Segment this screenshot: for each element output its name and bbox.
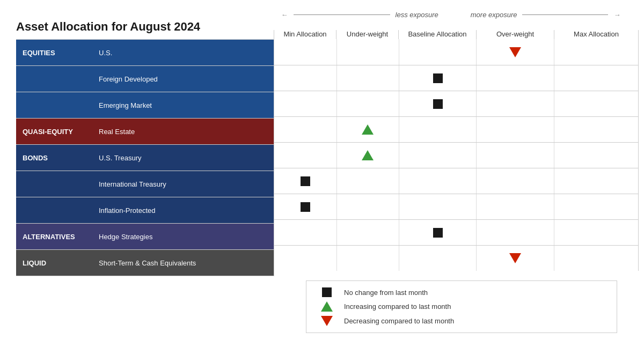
- sub-category-cell: U.S.: [91, 40, 274, 65]
- table-row: Emerging Market: [16, 92, 274, 118]
- data-cell-under: [336, 220, 399, 245]
- sub-category-cell: U.S. Treasury: [91, 145, 274, 171]
- category-cell: [16, 197, 91, 223]
- data-cell-max: [554, 246, 639, 271]
- data-cell-baseline: [399, 65, 477, 91]
- table-header: Asset Allocation for August 2024 Min All…: [16, 20, 628, 39]
- data-cell-under: [336, 91, 399, 116]
- table-row: BONDSU.S. Treasury: [16, 144, 274, 171]
- data-row: [274, 39, 639, 65]
- data-cell-baseline: [399, 143, 477, 168]
- data-cell-over: [476, 117, 554, 142]
- category-cell: [16, 92, 91, 118]
- data-row: [274, 65, 639, 91]
- data-cell-under: [336, 65, 399, 91]
- legend-item-down: Decreasing compared to last month: [317, 316, 606, 326]
- table-row: Inflation-Protected: [16, 197, 274, 223]
- col-header-under: Under-weight: [336, 30, 398, 39]
- col-header-min: Min Allocation: [274, 30, 336, 39]
- more-exposure-label: more exposure: [471, 11, 517, 19]
- data-cell-min: [274, 143, 336, 168]
- legend-down-label: Decreasing compared to last month: [344, 317, 454, 325]
- table-grid: [274, 39, 639, 276]
- col-header-baseline: Baseline Allocation: [398, 30, 476, 39]
- data-cell-under: [336, 194, 399, 219]
- table-row: EQUITIESU.S.: [16, 39, 274, 65]
- legend-square-label: No change from last month: [344, 289, 428, 297]
- category-cell: LIQUID: [16, 250, 91, 276]
- legend: No change from last month Increasing com…: [306, 280, 617, 333]
- data-row: [274, 219, 639, 245]
- table-row: Foreign Developed: [16, 65, 274, 92]
- col-header-max: Max Allocation: [554, 30, 639, 39]
- less-exposure-label: less exposure: [396, 11, 438, 19]
- sub-category-cell: Foreign Developed: [91, 66, 274, 92]
- data-cell-min: [274, 168, 336, 194]
- data-cell-baseline: [399, 117, 477, 142]
- data-cell-max: [554, 39, 639, 65]
- data-row: [274, 116, 639, 142]
- data-row: [274, 91, 639, 116]
- data-cell-baseline: [399, 168, 477, 194]
- table-row: International Treasury: [16, 171, 274, 197]
- table-row: QUASI-EQUITYReal Estate: [16, 118, 274, 144]
- data-cell-over: [476, 168, 554, 194]
- data-row: [274, 168, 639, 194]
- sub-category-cell: Emerging Market: [91, 92, 274, 118]
- data-cell-max: [554, 220, 639, 245]
- data-cell-over: [476, 246, 554, 271]
- data-cell-over: [476, 39, 554, 65]
- category-cell: [16, 66, 91, 92]
- legend-item-up: Increasing compared to last month: [317, 301, 606, 312]
- data-cell-under: [336, 246, 399, 271]
- data-cell-baseline: [399, 39, 477, 65]
- data-row: [274, 194, 639, 219]
- legend-up-icon: [317, 301, 336, 312]
- data-cell-over: [476, 91, 554, 116]
- table-row: ALTERNATIVESHedge Strategies: [16, 223, 274, 249]
- category-cell: QUASI-EQUITY: [16, 119, 91, 144]
- data-cell-under: [336, 39, 399, 65]
- exposure-header: ← less exposure more exposure →: [274, 11, 628, 19]
- data-cell-min: [274, 39, 336, 65]
- sub-category-cell: International Treasury: [91, 171, 274, 197]
- data-cell-max: [554, 194, 639, 219]
- data-cell-max: [554, 91, 639, 116]
- data-cell-min: [274, 246, 336, 271]
- data-cell-over: [476, 194, 554, 219]
- sub-category-cell: Inflation-Protected: [91, 197, 274, 223]
- data-cell-over: [476, 220, 554, 245]
- data-cell-min: [274, 65, 336, 91]
- data-cell-baseline: [399, 91, 477, 116]
- data-cell-baseline: [399, 194, 477, 219]
- sub-category-cell: Hedge Strategies: [91, 224, 274, 249]
- main-table: EQUITIESU.S.Foreign DevelopedEmerging Ma…: [16, 39, 628, 276]
- data-row: [274, 142, 639, 168]
- data-cell-over: [476, 143, 554, 168]
- data-cell-under: [336, 117, 399, 142]
- category-cell: ALTERNATIVES: [16, 224, 91, 249]
- legend-down-icon: [317, 316, 336, 326]
- category-cell: [16, 171, 91, 197]
- sub-category-cell: Short-Term & Cash Equivalents: [91, 250, 274, 276]
- row-labels: EQUITIESU.S.Foreign DevelopedEmerging Ma…: [16, 39, 274, 276]
- table-row: LIQUIDShort-Term & Cash Equivalents: [16, 249, 274, 276]
- data-cell-min: [274, 91, 336, 116]
- col-header-over: Over-weight: [476, 30, 554, 39]
- data-cell-max: [554, 143, 639, 168]
- data-cell-baseline: [399, 220, 477, 245]
- legend-square-icon: [317, 287, 336, 297]
- page-title: Asset Allocation for August 2024: [16, 20, 274, 34]
- data-cell-under: [336, 168, 399, 194]
- sub-category-cell: Real Estate: [91, 119, 274, 144]
- data-cell-baseline: [399, 246, 477, 271]
- category-cell: EQUITIES: [16, 40, 91, 65]
- data-cell-min: [274, 117, 336, 142]
- category-cell: BONDS: [16, 145, 91, 171]
- data-cell-over: [476, 65, 554, 91]
- data-cell-under: [336, 143, 399, 168]
- data-row: [274, 245, 639, 271]
- data-cell-max: [554, 117, 639, 142]
- legend-up-label: Increasing compared to last month: [344, 302, 451, 311]
- data-cell-max: [554, 65, 639, 91]
